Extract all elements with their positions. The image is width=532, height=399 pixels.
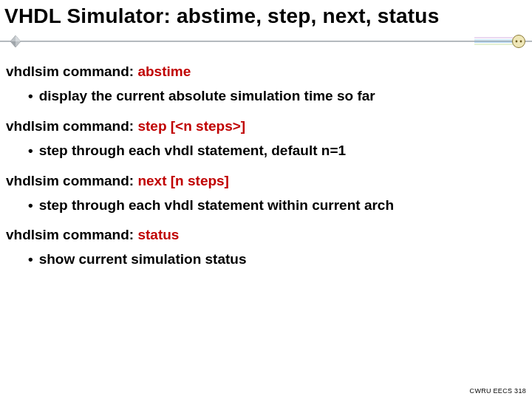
cmd-step: vhdlsim command: step [<n steps>]: [6, 118, 526, 134]
cmd-args: [n steps]: [167, 173, 229, 188]
content: vhdlsim command: abstime • display the c…: [0, 64, 532, 268]
bullet-row: • show current simulation status: [28, 250, 526, 268]
cmd-next: vhdlsim command: next [n steps]: [6, 173, 526, 189]
cmd-keyword: status: [137, 227, 179, 242]
divider-line: [0, 41, 532, 42]
slide-title: VHDL Simulator: abstime, step, next, sta…: [0, 0, 532, 31]
ornament-right-icon: [474, 34, 526, 49]
divider: [0, 33, 532, 50]
cmd-status: vhdlsim command: status: [6, 227, 526, 243]
bullet-icon: •: [28, 250, 33, 268]
bullet-icon: •: [28, 87, 33, 105]
cmd-args: [<n steps>]: [167, 118, 246, 134]
footer-text: CWRU EECS 318: [470, 387, 526, 395]
ornament-left-icon: [4, 34, 27, 49]
bullet-icon: •: [28, 197, 33, 214]
cmd-keyword: step: [137, 118, 166, 134]
cmd-prefix: vhdlsim command:: [6, 173, 137, 188]
cmd-keyword: next: [137, 173, 166, 188]
bullet-row: • display the current absolute simulatio…: [28, 87, 526, 105]
cmd-keyword: abstime: [137, 64, 191, 79]
svg-point-8: [516, 41, 518, 43]
slide: VHDL Simulator: abstime, step, next, sta…: [0, 0, 532, 399]
cmd-prefix: vhdlsim command:: [6, 64, 137, 79]
svg-point-9: [520, 41, 522, 43]
bullet-text: step through each vhdl statement within …: [39, 197, 526, 214]
bullet-text: display the current absolute simulation …: [39, 87, 526, 105]
bullet-text: show current simulation status: [39, 250, 526, 268]
cmd-prefix: vhdlsim command:: [6, 118, 137, 134]
bullet-row: • step through each vhdl statement withi…: [28, 197, 526, 214]
bullet-icon: •: [28, 142, 33, 160]
cmd-abstime: vhdlsim command: abstime: [6, 64, 526, 80]
bullet-row: • step through each vhdl statement, defa…: [28, 142, 526, 160]
bullet-text: step through each vhdl statement, defaul…: [39, 142, 526, 160]
cmd-prefix: vhdlsim command:: [6, 227, 137, 242]
svg-point-7: [513, 35, 525, 48]
